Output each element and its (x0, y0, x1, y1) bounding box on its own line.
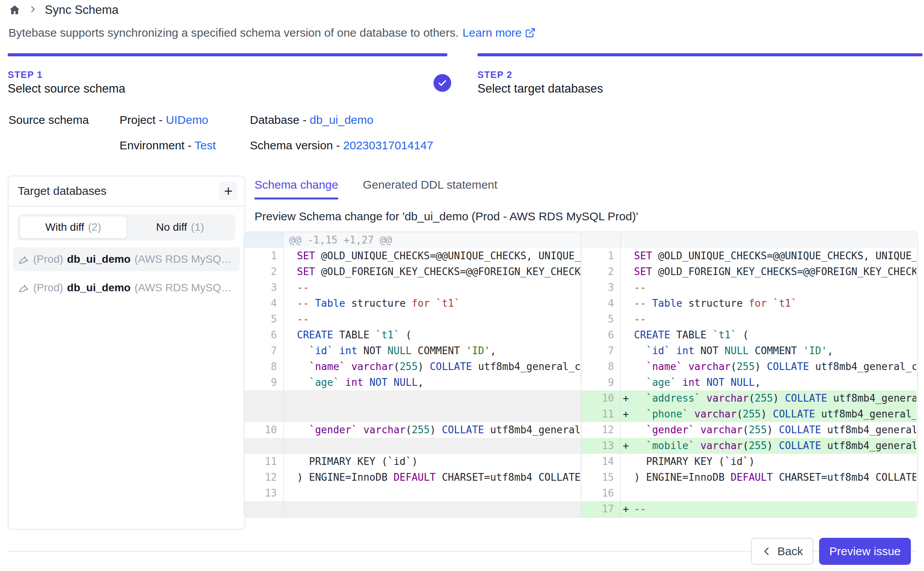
diff-left-side: 1SET @OLD_UNIQUE_CHECKS=@@UNIQUE_CHECKS,… (244, 248, 581, 264)
source-project-field: Project - UIDemo (120, 113, 208, 127)
diff-marker: + (621, 406, 634, 422)
diff-right-side (581, 232, 916, 248)
learn-more-link[interactable]: Learn more (462, 26, 535, 39)
code-line: `age` int NOT NULL, (297, 375, 581, 390)
line-number: 13 (582, 438, 621, 454)
diff-row: 17+-- (244, 501, 917, 517)
line-number: 5 (244, 311, 284, 327)
diff-right-side: 16 (581, 485, 916, 501)
target-database-item[interactable]: (Prod)db_ui_demo(AWS RDS MySQL Prod) (13, 276, 240, 300)
mysql-icon (18, 282, 29, 294)
source-database-field: Database - db_ui_demo (250, 113, 373, 127)
preview-issue-button[interactable]: Preview issue (819, 538, 911, 565)
code-line (297, 390, 581, 406)
step1-progress-bar (8, 53, 447, 56)
code-line (634, 485, 916, 501)
diff-left-side: @@ -1,15 +1,27 @@ (244, 232, 581, 248)
line-number (582, 232, 621, 248)
diff-left-side: 2SET @OLD_FOREIGN_KEY_CHECKS=@@FOREIGN_K… (244, 264, 581, 280)
diff-marker (284, 327, 297, 343)
tab-no-diff[interactable]: No diff (1) (127, 216, 233, 238)
diff-marker (621, 359, 634, 375)
line-number: 7 (244, 343, 284, 359)
diff-left-side (244, 390, 581, 406)
line-number: 1 (582, 248, 621, 264)
project-label: Project - (120, 113, 166, 126)
source-environment-field: Environment - Test (120, 139, 216, 152)
database-link[interactable]: db_ui_demo (310, 113, 373, 126)
line-number: 2 (582, 264, 621, 280)
line-number (244, 390, 284, 406)
diff-right-side: 14 PRIMARY KEY (`id`) (581, 454, 916, 470)
diff-right-side: 17+-- (581, 501, 916, 517)
add-target-database-button[interactable]: + (219, 182, 238, 200)
diff-marker (284, 375, 297, 390)
home-icon[interactable] (8, 4, 21, 16)
target-databases-panel: Target databases + With diff (2) No diff… (8, 176, 245, 530)
breadcrumb-chevron-icon (29, 5, 37, 15)
diff-right-side: 5-- (581, 311, 916, 327)
tab-schema-change[interactable]: Schema change (255, 178, 338, 199)
line-number: 10 (244, 422, 284, 438)
line-number: 1 (244, 248, 284, 264)
diff-marker (621, 343, 634, 359)
target-database-item[interactable]: (Prod)db_ui_demo(AWS RDS MySQL Prod) (13, 247, 240, 271)
diff-left-side (244, 406, 581, 422)
diff-row: @@ -1,15 +1,27 @@ (244, 232, 917, 248)
code-line: `phone` varchar(255) COLLATE utf8mb4_gen… (634, 406, 916, 422)
diff-filter-tabs: With diff (2) No diff (1) (18, 214, 235, 240)
code-line: `gender` varchar(255) COLLATE utf8mb4_ge… (297, 422, 581, 438)
code-line: SET @OLD_UNIQUE_CHECKS=@@UNIQUE_CHECKS, … (297, 248, 581, 264)
code-line (297, 406, 581, 422)
intro-text: Bytebase supports synchronizing a specif… (8, 26, 536, 39)
code-line: `mobile` varchar(255) COLLATE utf8mb4_ge… (634, 438, 916, 454)
diff-left-side: 5-- (244, 311, 581, 327)
diff-right-side: 12 `gender` varchar(255) COLLATE utf8mb4… (581, 422, 916, 438)
line-number: 8 (244, 359, 284, 375)
diff-marker (284, 359, 297, 375)
code-line: -- (634, 280, 916, 296)
tab-generated-ddl[interactable]: Generated DDL statement (363, 178, 497, 199)
diff-marker (621, 280, 634, 296)
no-diff-count: (1) (191, 221, 204, 233)
code-line: CREATE TABLE `t1` ( (297, 327, 581, 343)
diff-marker (621, 327, 634, 343)
step1-title: Select source schema (8, 82, 125, 96)
line-number: 4 (582, 296, 621, 311)
diff-row: 10 `gender` varchar(255) COLLATE utf8mb4… (244, 422, 917, 438)
diff-marker (284, 311, 297, 327)
schema-version-link[interactable]: 20230317014147 (343, 139, 433, 152)
diff-right-side: 3-- (581, 280, 916, 296)
code-line (297, 485, 581, 501)
tab-with-diff[interactable]: With diff (2) (20, 216, 127, 238)
diff-marker (621, 296, 634, 311)
diff-left-side: 11 PRIMARY KEY (`id`) (244, 454, 581, 470)
diff-left-side: 10 `gender` varchar(255) COLLATE utf8mb4… (244, 422, 581, 438)
step2-progress-bar (477, 53, 922, 56)
diff-marker (621, 248, 634, 264)
diff-row: 5--5-- (244, 311, 917, 327)
line-number (244, 232, 284, 248)
diff-preview-title: Preview Schema change for 'db_ui_demo (P… (255, 210, 638, 223)
line-number: 6 (244, 327, 284, 343)
line-number: 2 (244, 264, 284, 280)
diff-left-side: 12) ENGINE=InnoDB DEFAULT CHARSET=utf8mb… (244, 470, 581, 485)
diff-row: 11+ `phone` varchar(255) COLLATE utf8mb4… (244, 406, 917, 422)
diff-left-side: 4-- Table structure for `t1` (244, 296, 581, 311)
diff-marker (284, 280, 297, 296)
code-line (634, 232, 916, 248)
step1-label: STEP 1 (8, 69, 43, 80)
diff-row: 6CREATE TABLE `t1` (6CREATE TABLE `t1` ( (244, 327, 917, 343)
diff-marker: + (621, 390, 634, 406)
environment-link[interactable]: Test (195, 139, 216, 152)
line-number: 14 (582, 454, 621, 470)
back-button[interactable]: Back (751, 538, 813, 565)
diff-left-side: 9 `age` int NOT NULL, (244, 375, 581, 390)
diff-row: 1316 (244, 485, 917, 501)
project-link[interactable]: UIDemo (166, 113, 208, 126)
chevron-left-icon (761, 546, 772, 557)
external-link-icon (525, 27, 536, 38)
line-number: 9 (582, 375, 621, 390)
diff-right-side: 9 `age` int NOT NULL, (581, 375, 916, 390)
code-line: ) ENGINE=InnoDB DEFAULT CHARSET=utf8mb4 … (634, 470, 916, 485)
